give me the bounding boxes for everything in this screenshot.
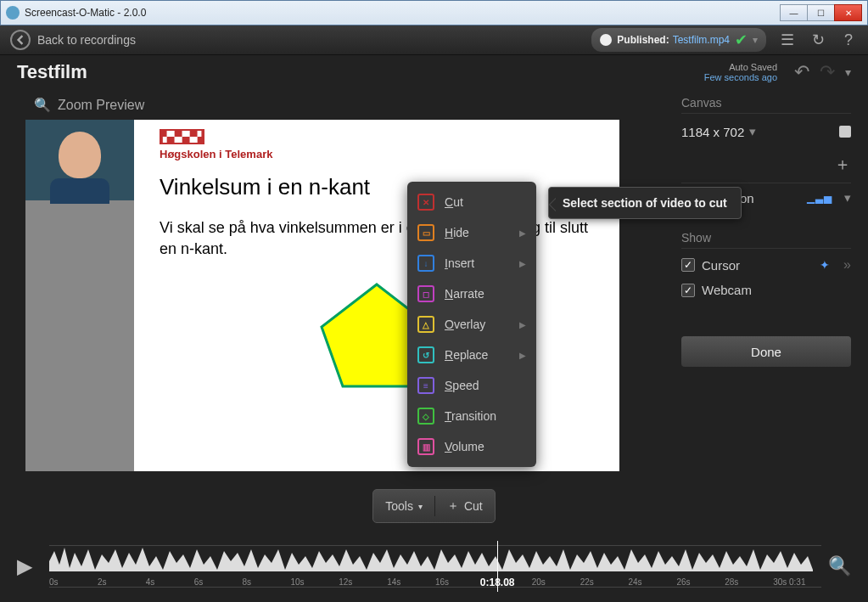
- globe-icon: [600, 34, 612, 46]
- background-swatch[interactable]: [839, 126, 851, 138]
- cursor-checkbox[interactable]: [681, 258, 695, 272]
- overlay-icon: △: [417, 316, 434, 333]
- autosave-time[interactable]: Few seconds ago: [704, 72, 777, 82]
- ctx-item-replace[interactable]: ↺Replace▶: [407, 340, 536, 370]
- tool-pill: Tools ▾ ＋ Cut: [372, 489, 495, 523]
- publish-status[interactable]: Published: Testfilm.mp4 ✔ ▾: [591, 28, 766, 52]
- zoom-preview-label: Zoom Preview: [58, 98, 144, 113]
- ctx-label: Cut: [445, 195, 463, 209]
- cut-tooltip: Select section of video to cut: [548, 187, 742, 219]
- title-row: Testfilm Auto Saved Few seconds ago ↶ ↷ …: [0, 55, 868, 89]
- current-time: 0:18.08: [480, 577, 515, 588]
- ctx-label: Transition: [445, 409, 496, 423]
- undo-redo-group: ↶ ↷ ▾: [794, 61, 851, 83]
- timeline: ▶ 0s2s4s6s8s10s12s14s16s20s22s24s26s28s3…: [0, 524, 868, 602]
- chevron-down-icon[interactable]: ▾: [844, 190, 851, 205]
- audio-level-icon: ▁▃▅: [807, 192, 832, 204]
- speed-icon: ≡: [417, 377, 434, 394]
- submenu-arrow-icon: ▶: [519, 320, 526, 329]
- back-icon[interactable]: [10, 30, 31, 50]
- replace-icon: ↺: [417, 346, 434, 363]
- chevron-down-icon: ▾: [418, 502, 423, 511]
- timeline-track[interactable]: 0s2s4s6s8s10s12s14s16s20s22s24s26s28s30s…: [49, 545, 821, 588]
- tick-label: 6s: [194, 577, 243, 587]
- history-icon[interactable]: ↻: [809, 31, 827, 49]
- play-button[interactable]: ▶: [17, 554, 42, 578]
- ctx-item-transition[interactable]: ◇Transition: [407, 401, 536, 431]
- narrate-icon: ◻: [417, 285, 434, 302]
- tools-dropdown[interactable]: Tools ▾: [373, 496, 435, 516]
- tick-label: 22s: [580, 577, 629, 587]
- ctx-label: Replace: [445, 348, 488, 362]
- tick-label: 26s: [676, 577, 725, 587]
- slide-banner: ▞▚▞▚▞: [160, 129, 204, 144]
- tick-label: 0s: [49, 577, 98, 587]
- undo-button[interactable]: ↶: [794, 61, 809, 83]
- tick-label: 2s: [98, 577, 146, 587]
- show-section-label: Show: [681, 231, 851, 249]
- show-webcam-row[interactable]: Webcam: [681, 278, 851, 302]
- timeline-zoom-icon[interactable]: 🔍: [828, 555, 851, 577]
- volume-icon: ▥: [417, 438, 434, 455]
- redo-button[interactable]: ↷: [820, 61, 835, 83]
- tick-label: 24s: [629, 577, 677, 587]
- maximize-button[interactable]: ☐: [807, 4, 835, 21]
- zoom-preview-toggle[interactable]: 🔍 Zoom Preview: [34, 97, 664, 113]
- webcam-overlay[interactable]: [25, 120, 134, 200]
- ctx-item-cut[interactable]: ✕Cut: [407, 187, 536, 217]
- insert-icon: ↓: [417, 255, 434, 272]
- canvas-dimensions[interactable]: 1184 x 702 ▾: [681, 117, 851, 146]
- tools-label: Tools: [385, 499, 413, 513]
- plus-icon: ＋: [834, 153, 851, 176]
- slide-content: ▞▚▞▚▞ Høgskolen i Telemark Vinkelsum i e…: [134, 120, 619, 471]
- hide-icon: ▭: [417, 224, 434, 241]
- show-cursor-row[interactable]: Cursor ✦ »: [681, 252, 851, 278]
- cursor-options-icon[interactable]: ✦: [820, 258, 830, 272]
- check-icon: ✔: [735, 31, 748, 49]
- properties-panel: Canvas 1184 x 702 ▾ ＋ Narration ▁▃▅ ▾ Sh…: [681, 89, 868, 488]
- chevron-down-icon: ▾: [749, 124, 756, 139]
- notes-icon[interactable]: ☰: [778, 31, 797, 49]
- ctx-label: Narrate: [445, 287, 484, 301]
- ctx-item-hide[interactable]: ▭Hide▶: [407, 217, 536, 248]
- tick-label: 8s: [243, 577, 291, 587]
- ctx-label: Insert: [445, 256, 474, 270]
- webcam-checkbox[interactable]: [681, 284, 695, 297]
- app-icon: [6, 6, 20, 20]
- ctx-item-volume[interactable]: ▥Volume: [407, 431, 536, 462]
- back-label[interactable]: Back to recordings: [37, 33, 136, 47]
- cut-label: Cut: [464, 499, 483, 513]
- tick-label: 30s 0:31: [773, 577, 821, 587]
- tick-label: 12s: [339, 577, 387, 587]
- ctx-item-insert[interactable]: ↓Insert▶: [407, 248, 536, 278]
- app-toolbar: Back to recordings Published: Testfilm.m…: [0, 25, 868, 55]
- autosave-label: Auto Saved: [729, 62, 777, 72]
- submenu-arrow-icon: ▶: [519, 228, 526, 238]
- cut-quick-button[interactable]: ＋ Cut: [435, 495, 495, 517]
- tick-label: 16s: [435, 577, 484, 587]
- ctx-item-narrate[interactable]: ◻Narrate: [407, 278, 536, 309]
- done-button[interactable]: Done: [681, 336, 851, 367]
- more-icon[interactable]: »: [843, 257, 851, 273]
- help-icon[interactable]: ?: [839, 31, 858, 49]
- ctx-item-overlay[interactable]: △Overlay▶: [407, 309, 536, 340]
- project-title[interactable]: Testfilm: [17, 61, 704, 83]
- ctx-label: Hide: [445, 226, 469, 239]
- close-button[interactable]: ✕: [834, 4, 862, 21]
- publish-label: Published:: [617, 34, 669, 46]
- submenu-arrow-icon: ▶: [519, 259, 526, 268]
- canvas-dim-value: 1184 x 702: [681, 125, 744, 139]
- chevron-down-icon[interactable]: ▾: [845, 65, 851, 79]
- plus-icon: ＋: [447, 498, 459, 514]
- tick-label: 20s: [532, 577, 580, 587]
- ctx-item-speed[interactable]: ≡Speed: [407, 370, 536, 401]
- minimize-button[interactable]: —: [780, 4, 808, 21]
- window-titlebar: Screencast-O-Matic - 2.0.0 — ☐ ✕: [0, 0, 868, 25]
- add-row[interactable]: ＋: [681, 146, 851, 183]
- cursor-label: Cursor: [702, 258, 740, 273]
- tick-label: 14s: [387, 577, 435, 587]
- ctx-label: Speed: [445, 379, 479, 392]
- waveform: [49, 544, 813, 571]
- ctx-label: Volume: [445, 440, 484, 453]
- tick-label: 28s: [725, 577, 773, 587]
